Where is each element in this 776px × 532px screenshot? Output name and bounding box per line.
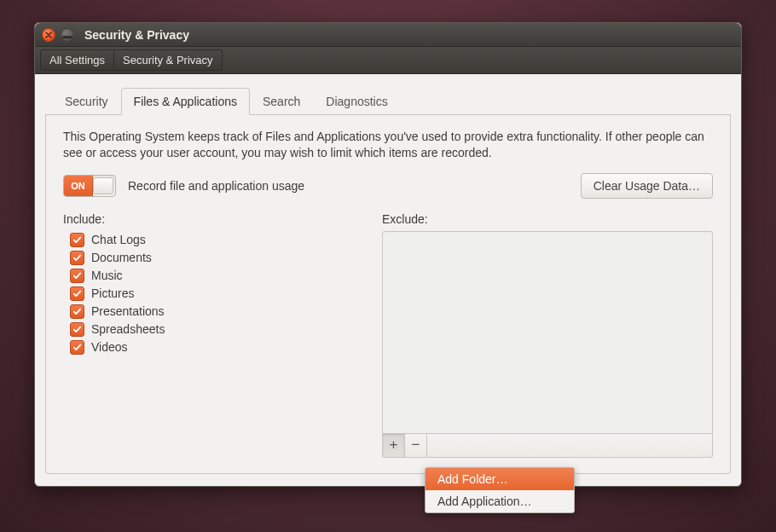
checkbox[interactable] (70, 322, 84, 337)
checkbox[interactable] (70, 340, 84, 355)
tab-search[interactable]: Search (250, 88, 313, 115)
include-item[interactable]: Spreadsheets (63, 321, 345, 338)
settings-window: Security & Privacy All Settings Security… (34, 22, 742, 487)
include-item-label: Pictures (91, 286, 135, 300)
plus-icon: + (390, 437, 398, 454)
minus-icon: − (412, 437, 420, 454)
include-column: Include: Chat LogsDocumentsMusicPictures… (63, 212, 345, 458)
include-item-label: Videos (91, 340, 128, 354)
window-title: Security & Privacy (84, 28, 189, 42)
close-icon (45, 32, 52, 38)
include-item-label: Presentations (91, 304, 165, 318)
tab-bar: Security Files & Applications Search Dia… (45, 88, 731, 115)
window-close-button[interactable] (42, 28, 55, 42)
include-item[interactable]: Chat Logs (63, 231, 345, 249)
include-item-label: Documents (91, 251, 152, 264)
checkbox[interactable] (70, 233, 84, 247)
include-item[interactable]: Pictures (63, 285, 345, 303)
checkbox[interactable] (70, 286, 84, 301)
record-row: ON Record file and application usage Cle… (63, 173, 713, 199)
exclude-title: Exclude: (382, 212, 713, 226)
checkbox[interactable] (70, 251, 84, 265)
tab-files-applications[interactable]: Files & Applications (121, 88, 250, 115)
breadcrumb-current[interactable]: Security & Privacy (114, 49, 222, 71)
check-icon (72, 343, 82, 352)
include-item-label: Music (91, 269, 123, 282)
record-switch[interactable]: ON (63, 175, 116, 197)
checkbox[interactable] (70, 269, 84, 283)
check-icon (72, 271, 82, 280)
add-menu-popup: Add Folder… Add Application… (425, 467, 575, 513)
window-minimize-button[interactable] (61, 28, 74, 42)
clear-usage-data-button[interactable]: Clear Usage Data… (581, 173, 713, 199)
breadcrumb-toolbar: All Settings Security & Privacy (35, 47, 741, 74)
checkbox[interactable] (70, 304, 84, 319)
include-item[interactable]: Music (63, 267, 345, 285)
menu-item-add-application[interactable]: Add Application… (426, 490, 574, 512)
check-icon (72, 307, 82, 316)
description-text: This Operating System keeps track of Fil… (63, 129, 713, 161)
check-icon (72, 253, 82, 263)
minimize-icon (61, 29, 73, 41)
switch-knob (93, 177, 113, 194)
exclude-add-button[interactable]: + (383, 434, 405, 457)
exclude-toolbar: + − (382, 434, 713, 458)
exclude-listbox[interactable] (382, 231, 713, 434)
switch-on-label: ON (64, 176, 93, 196)
include-list: Chat LogsDocumentsMusicPicturesPresentat… (63, 231, 345, 356)
tab-diagnostics[interactable]: Diagnostics (313, 88, 400, 115)
check-icon (72, 289, 82, 298)
record-switch-label: Record file and application usage (128, 179, 304, 193)
pane-files-applications: This Operating System keeps track of Fil… (45, 115, 731, 474)
include-item-label: Chat Logs (91, 233, 146, 246)
include-item[interactable]: Presentations (63, 303, 345, 321)
check-icon (72, 325, 82, 334)
exclude-remove-button[interactable]: − (405, 434, 427, 457)
menu-item-add-folder[interactable]: Add Folder… (426, 468, 574, 490)
include-title: Include: (63, 212, 345, 226)
columns: Include: Chat LogsDocumentsMusicPictures… (63, 212, 713, 458)
check-icon (72, 235, 82, 245)
exclude-column: Exclude: + − (382, 212, 713, 458)
breadcrumb-all-settings[interactable]: All Settings (40, 49, 114, 71)
include-item[interactable]: Documents (63, 249, 345, 267)
titlebar: Security & Privacy (35, 23, 741, 47)
include-item[interactable]: Videos (63, 338, 345, 356)
include-item-label: Spreadsheets (91, 322, 165, 336)
tab-security[interactable]: Security (52, 88, 121, 115)
content-area: Security Files & Applications Search Dia… (35, 74, 741, 486)
